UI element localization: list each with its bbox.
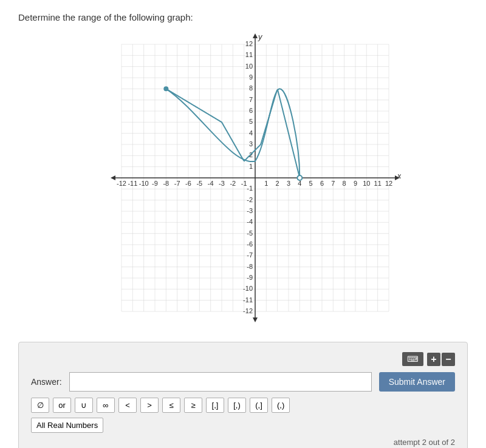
graph-container [18,32,468,330]
answer-label: Answer: [31,377,62,387]
symbol-open-open[interactable]: (,) [272,398,290,413]
answer-panel: ⌨ + − Answer: Submit Answer ∅ or ∪ ∞ < >… [18,342,468,448]
zoom-in-button[interactable]: + [427,353,440,366]
graph-canvas [85,32,401,330]
all-real-numbers-button[interactable]: All Real Numbers [31,418,103,433]
answer-row: Answer: Submit Answer [31,372,455,392]
zoom-out-button[interactable]: − [442,353,455,366]
question-text: Determine the range of the following gra… [18,12,468,22]
graph-area [85,32,401,330]
symbol-lt[interactable]: < [118,398,137,413]
page-container: Determine the range of the following gra… [0,0,486,448]
symbol-or[interactable]: or [53,398,71,413]
answer-input[interactable] [69,372,372,392]
keyboard-button[interactable]: ⌨ [402,352,423,366]
symbol-union[interactable]: ∪ [75,398,93,413]
symbol-gt[interactable]: > [140,398,159,413]
all-real-numbers-row: All Real Numbers [31,418,455,433]
symbol-leq[interactable]: ≤ [162,398,180,413]
symbol-phi[interactable]: ∅ [31,398,49,413]
answer-top-bar: ⌨ + − [31,352,455,366]
symbol-infinity[interactable]: ∞ [97,398,115,413]
submit-button[interactable]: Submit Answer [379,372,455,392]
symbol-row: ∅ or ∪ ∞ < > ≤ ≥ [,] [,) (,] (,) [31,398,455,413]
symbol-closed-open[interactable]: (,] [250,398,268,413]
symbol-open-closed[interactable]: [,) [228,398,246,413]
symbol-closed-closed[interactable]: [,] [206,398,224,413]
attempt-text: attempt 2 out of 2 [31,438,455,447]
symbol-geq[interactable]: ≥ [184,398,202,413]
